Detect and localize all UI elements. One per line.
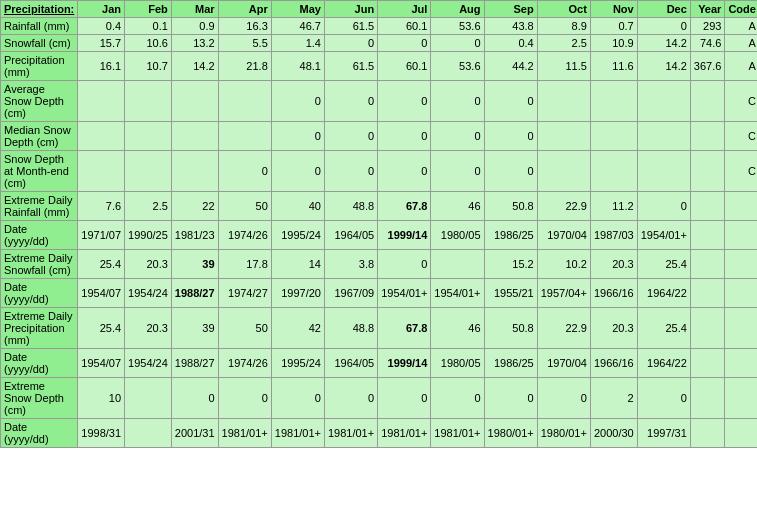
cell — [690, 378, 725, 419]
row-label: Extreme Daily Precipitation (mm) — [1, 308, 78, 349]
cell: 1954/01+ — [378, 279, 431, 308]
cell: 10 — [78, 378, 125, 419]
cell: A — [725, 18, 757, 35]
cell: 1954/07 — [78, 279, 125, 308]
cell — [725, 419, 757, 448]
row-label: Date (yyyy/dd) — [1, 419, 78, 448]
cell: 1.4 — [271, 35, 324, 52]
cell: 1988/27 — [171, 349, 218, 378]
cell: 40 — [271, 192, 324, 221]
cell: 20.3 — [125, 308, 172, 349]
table-row: Date (yyyy/dd)1998/312001/311981/01+1981… — [1, 419, 758, 448]
col-header-sep: Sep — [484, 1, 537, 18]
cell: 21.8 — [218, 52, 271, 81]
cell: 0 — [324, 81, 377, 122]
cell: 50.8 — [484, 192, 537, 221]
cell — [218, 81, 271, 122]
cell: 5.5 — [218, 35, 271, 52]
cell — [725, 378, 757, 419]
cell: 0 — [484, 122, 537, 151]
table-row: Extreme Daily Precipitation (mm)25.420.3… — [1, 308, 758, 349]
cell: 1980/01+ — [484, 419, 537, 448]
cell: 1954/07 — [78, 349, 125, 378]
cell: 48.8 — [324, 308, 377, 349]
cell: 0.1 — [125, 18, 172, 35]
cell — [78, 122, 125, 151]
cell — [171, 151, 218, 192]
cell: 1999/14 — [378, 221, 431, 250]
cell — [125, 122, 172, 151]
cell: 0 — [537, 378, 590, 419]
cell: 42 — [271, 308, 324, 349]
row-label: Precipitation (mm) — [1, 52, 78, 81]
cell: 1971/07 — [78, 221, 125, 250]
cell — [725, 308, 757, 349]
cell — [690, 151, 725, 192]
cell: 0.4 — [78, 18, 125, 35]
cell: A — [725, 52, 757, 81]
table-row: Extreme Snow Depth (cm)100000000020 — [1, 378, 758, 419]
cell: 44.2 — [484, 52, 537, 81]
row-label: Extreme Snow Depth (cm) — [1, 378, 78, 419]
cell: 1995/24 — [271, 221, 324, 250]
table-row: Extreme Daily Rainfall (mm)7.62.52250404… — [1, 192, 758, 221]
cell: 0 — [378, 250, 431, 279]
row-label: Average Snow Depth (cm) — [1, 81, 78, 122]
cell — [537, 151, 590, 192]
cell: 2000/30 — [590, 419, 637, 448]
cell: 7.6 — [78, 192, 125, 221]
cell — [590, 122, 637, 151]
cell — [125, 378, 172, 419]
cell: 1981/01+ — [431, 419, 484, 448]
row-label: Extreme Daily Rainfall (mm) — [1, 192, 78, 221]
cell: 60.1 — [378, 18, 431, 35]
cell: 367.6 — [690, 52, 725, 81]
row-label: Rainfall (mm) — [1, 18, 78, 35]
cell — [590, 151, 637, 192]
cell — [637, 122, 690, 151]
cell: 1974/27 — [218, 279, 271, 308]
cell: 0 — [271, 151, 324, 192]
cell: 1964/05 — [324, 349, 377, 378]
cell — [125, 81, 172, 122]
cell: 1955/21 — [484, 279, 537, 308]
cell: 2 — [590, 378, 637, 419]
table-row: Snow Depth at Month-end (cm)000000C — [1, 151, 758, 192]
table-row: Average Snow Depth (cm)00000C — [1, 81, 758, 122]
col-header-feb: Feb — [125, 1, 172, 18]
cell: 0.4 — [484, 35, 537, 52]
cell: 1995/24 — [271, 349, 324, 378]
cell: 61.5 — [324, 18, 377, 35]
cell: 1981/01+ — [324, 419, 377, 448]
cell: 15.2 — [484, 250, 537, 279]
cell: 1966/16 — [590, 349, 637, 378]
cell: 0 — [378, 81, 431, 122]
cell: 1980/05 — [431, 349, 484, 378]
cell: 15.7 — [78, 35, 125, 52]
cell: 0 — [378, 151, 431, 192]
cell: 53.6 — [431, 52, 484, 81]
cell: 50 — [218, 308, 271, 349]
col-header-aug: Aug — [431, 1, 484, 18]
col-header-jul: Jul — [378, 1, 431, 18]
cell: 20.3 — [590, 308, 637, 349]
cell: 0 — [171, 378, 218, 419]
table-row: Date (yyyy/dd)1954/071954/241988/271974/… — [1, 349, 758, 378]
cell: 293 — [690, 18, 725, 35]
cell: 1981/01+ — [378, 419, 431, 448]
cell — [725, 349, 757, 378]
cell — [637, 151, 690, 192]
cell — [125, 151, 172, 192]
cell: 1981/01+ — [271, 419, 324, 448]
row-label: Snow Depth at Month-end (cm) — [1, 151, 78, 192]
cell — [537, 81, 590, 122]
cell: 1981/01+ — [218, 419, 271, 448]
cell — [725, 221, 757, 250]
col-header-precipitation[interactable]: Precipitation: — [1, 1, 78, 18]
cell: 17.8 — [218, 250, 271, 279]
cell: 2.5 — [125, 192, 172, 221]
cell: C — [725, 151, 757, 192]
cell: 1966/16 — [590, 279, 637, 308]
cell: C — [725, 122, 757, 151]
cell: 1954/24 — [125, 279, 172, 308]
